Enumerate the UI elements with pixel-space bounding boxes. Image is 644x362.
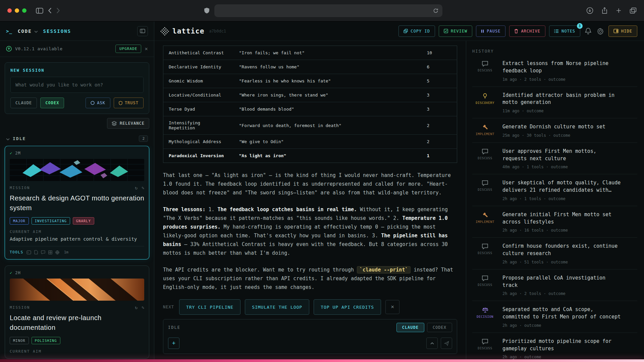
composer-input-area[interactable]: + — [163, 336, 457, 354]
notes-count-badge: 3 — [577, 23, 583, 29]
history-meta: 2h ago · outcome — [502, 323, 622, 328]
refresh-icon[interactable]: ↻ — [135, 305, 138, 310]
settings-gear-icon[interactable] — [596, 28, 605, 35]
archive-button[interactable]: ARCHIVE — [509, 25, 545, 37]
dismiss-suggestions-button[interactable]: × — [385, 300, 399, 314]
badge-minor: MINOR — [10, 337, 29, 344]
history-type-label: DISCOVERY — [476, 101, 494, 105]
tools-label: TOOLS — [10, 250, 23, 254]
cell-category: Terse Dyad — [163, 102, 234, 116]
history-type-label: DISCUSS — [478, 283, 492, 287]
suggestion-button[interactable]: TRY CLI PIPELINE — [179, 299, 240, 315]
review-button[interactable]: REVIEW — [439, 25, 472, 37]
tab-code[interactable]: CODE — [18, 28, 38, 34]
history-title: HISTORY — [472, 49, 637, 54]
globe-tool-icon — [55, 250, 59, 254]
agent-toggle: CLAUDE CODEX — [396, 323, 452, 332]
message-composer: IDLE CLAUDE CODEX + — [163, 319, 457, 354]
session-card[interactable]: ✓ 2M — [5, 146, 149, 259]
history-item[interactable]: DISCOVERY Identified attractor basin pro… — [472, 87, 637, 119]
badge-investigating: INVESTIGATING — [32, 217, 70, 225]
history-item[interactable]: DISCUSS Confirm house founders exist, co… — [472, 238, 637, 269]
shield-icon[interactable] — [204, 7, 210, 14]
chat-tool-icon — [41, 250, 45, 254]
upgrade-version-text: V0.12.1 available — [15, 46, 112, 51]
group-header-idle[interactable]: IDLE 2 — [0, 129, 154, 146]
attach-plus-button[interactable]: + — [168, 338, 179, 349]
history-item[interactable]: DISCUSS User approves First Men mottos, … — [472, 143, 637, 175]
edit-icon[interactable]: ✎ — [142, 305, 144, 310]
browser-sidebar-toggle-icon[interactable] — [36, 8, 43, 14]
history-text: User approves First Men mottos, requests… — [502, 148, 622, 163]
address-bar[interactable] — [214, 4, 442, 17]
new-session-input[interactable] — [10, 77, 144, 93]
new-tab-icon[interactable] — [616, 8, 622, 13]
downloads-icon[interactable] — [586, 7, 593, 14]
notifications-bell-icon[interactable] — [584, 27, 592, 35]
grid-tool-icon — [48, 250, 52, 254]
history-text: Confirm house founders exist, continue c… — [502, 243, 622, 257]
share-icon[interactable] — [601, 7, 608, 14]
history-type-label: DISCUSS — [478, 156, 492, 160]
suggestion-button[interactable]: TOP UP API CREDITS — [314, 299, 381, 315]
zoom-window-button[interactable] — [22, 8, 26, 13]
back-button[interactable] — [48, 8, 52, 13]
review-label: REVIEW — [451, 29, 467, 34]
tab-sessions[interactable]: SESSIONS — [43, 28, 71, 34]
agent-claude-button[interactable]: CLAUDE — [10, 98, 37, 108]
current-aim-label: CURRENT AIM — [10, 230, 144, 234]
history-item[interactable]: DISCUSS Propose parallel CoA investigati… — [472, 269, 637, 301]
session-card[interactable]: ✓ 2H — [5, 265, 149, 359]
group-idle-count-badge: 2 — [139, 135, 148, 142]
hide-panel-button[interactable]: HIDE — [608, 25, 637, 37]
edit-icon[interactable]: ✎ — [142, 185, 144, 190]
forward-button[interactable] — [56, 8, 60, 13]
history-item[interactable]: DECISION Separated motto and CoA scope, … — [472, 301, 637, 333]
send-message-button[interactable] — [441, 338, 452, 349]
history-item[interactable]: DISCUSS Prioritized motto pipeline scope… — [472, 333, 637, 362]
minimize-window-button[interactable] — [15, 8, 19, 13]
assistant-paragraph: That last one — "As light as iron" — is … — [163, 171, 457, 197]
history-type-label: DISCUSS — [478, 188, 492, 191]
history-text: Generate initial First Men motto set acr… — [502, 211, 622, 226]
tab-overview-icon[interactable] — [630, 7, 637, 14]
reload-icon[interactable] — [433, 8, 438, 13]
history-item[interactable]: IMPLEMENT Generate initial First Men mot… — [472, 206, 637, 238]
close-window-button[interactable] — [7, 8, 12, 13]
upgrade-button[interactable]: UPGRADE — [115, 45, 141, 53]
expand-composer-button[interactable] — [426, 338, 438, 349]
history-item[interactable]: DISCUSS Extract lessons from Norse pipel… — [472, 55, 637, 87]
composer-codex-toggle[interactable]: CODEX — [427, 323, 452, 332]
dismiss-upgrade-icon[interactable]: × — [145, 46, 148, 52]
table-row: Gnomic Wisdom "Fearless is he who knows … — [163, 74, 457, 88]
refresh-icon[interactable]: ↻ — [135, 185, 138, 190]
chat-bubble-icon — [482, 61, 488, 67]
copy-id-button[interactable]: COPY ID — [398, 25, 435, 37]
chevron-down-icon — [34, 28, 38, 34]
ask-mode-button[interactable]: ASK — [86, 98, 110, 108]
cell-example: "We give to Odin" — [234, 135, 422, 149]
chat-bubble-icon — [482, 243, 488, 249]
check-square-icon — [444, 29, 448, 33]
notes-button[interactable]: NOTES 3 — [549, 25, 580, 37]
file-tool-icon — [34, 250, 38, 254]
history-item[interactable]: DISCUSS User skeptical of motto quality,… — [472, 174, 637, 206]
composer-claude-toggle[interactable]: CLAUDE — [396, 323, 424, 332]
history-meta: 2h ago · 1 tools · outcome — [502, 196, 622, 201]
session-thumbnail — [10, 159, 144, 181]
history-item[interactable]: IMPLEMENT Generate Dornish culture motto… — [472, 118, 637, 143]
history-meta: 2h ago · 51 tools · outcome — [502, 260, 622, 264]
sidebar-collapse-button[interactable] — [137, 26, 148, 36]
agent-codex-button[interactable]: CODEX — [40, 98, 64, 108]
hide-panel-icon — [613, 29, 619, 33]
copy-id-label: COPY ID — [411, 29, 430, 34]
session-card-list: ✓ 2M — [0, 146, 154, 362]
sort-relevance-button[interactable]: RELEVANCE — [107, 118, 149, 129]
suggestion-button[interactable]: SIMULATE THE LOOP — [245, 299, 309, 315]
browser-chrome — [0, 0, 644, 21]
history-meta: 2h ago · outcome — [502, 355, 622, 359]
trust-mode-button[interactable]: TRUST — [114, 98, 144, 108]
new-session-panel: NEW SESSION CLAUDE CODEX ASK — [5, 62, 149, 114]
conversation-scroll[interactable]: Antithetical Contrast "Iron fails; we fa… — [154, 41, 466, 295]
pause-button[interactable]: PAUSE — [476, 25, 505, 37]
